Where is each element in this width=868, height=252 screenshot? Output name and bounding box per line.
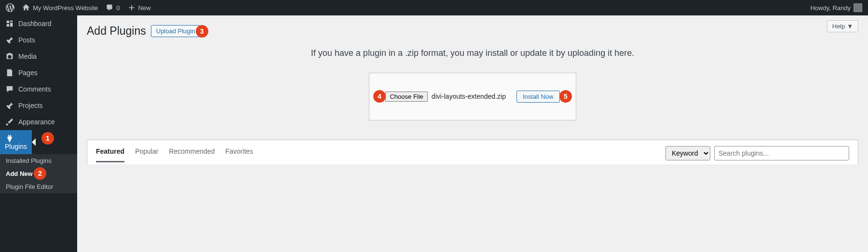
chevron-down-icon: ▼ [847, 23, 853, 30]
annotation-badge: 5 [559, 90, 572, 103]
sidebar-item-label: Media [18, 53, 37, 60]
wordpress-icon [6, 3, 14, 12]
install-now-button[interactable]: Install Now [516, 91, 560, 103]
annotation-badge: 2 [34, 167, 46, 180]
choose-file-button[interactable]: Choose File [385, 92, 427, 102]
upload-panel: If you have a plugin in a .zip format, y… [87, 48, 858, 120]
avatar [854, 3, 862, 12]
plus-icon [128, 4, 136, 12]
filter-tab-featured[interactable]: Featured [96, 147, 124, 162]
sidebar-item-label: Plugins [5, 143, 27, 150]
sidebar-item-pages[interactable]: Pages [0, 65, 77, 81]
sidebar-item-label: Projects [18, 102, 43, 109]
annotation-badge: 4 [373, 90, 386, 103]
dashboard-icon [5, 19, 14, 28]
plugins-submenu: Installed Plugins Add New 2 Plugin File … [0, 154, 77, 193]
sidebar-item-label: Appearance [18, 118, 55, 126]
new-content-link[interactable]: New [128, 4, 151, 12]
plugin-icon [5, 134, 14, 143]
help-tab[interactable]: Help ▼ [827, 20, 858, 32]
filter-bar: Featured Popular Recommended Favorites K… [87, 140, 858, 164]
sidebar-item-comments[interactable]: Comments [0, 81, 77, 97]
pin-icon [5, 36, 14, 44]
page-title: Add Plugins [87, 24, 146, 39]
sidebar-item-posts[interactable]: Posts [0, 32, 77, 48]
upload-form: 4 Choose File divi-layouts-extended.zip … [369, 73, 576, 120]
selected-file-name: divi-layouts-extended.zip [432, 93, 506, 100]
search-type-select[interactable]: Keyword [665, 146, 710, 160]
search-plugins-input[interactable] [714, 146, 849, 160]
sidebar-item-plugins[interactable]: Plugins 1 [0, 130, 32, 154]
media-icon [5, 52, 14, 61]
filter-tab-recommended[interactable]: Recommended [169, 147, 215, 162]
brush-icon [5, 118, 14, 126]
sidebar-item-dashboard[interactable]: Dashboard [0, 15, 77, 32]
filter-tab-favorites[interactable]: Favorites [225, 147, 253, 162]
submenu-add-new[interactable]: Add New 2 [0, 167, 39, 180]
filter-tab-popular[interactable]: Popular [135, 147, 158, 162]
comment-icon [106, 4, 113, 12]
submenu-label: Installed Plugins [6, 157, 52, 164]
home-icon [22, 4, 30, 12]
site-name-link[interactable]: My WordPress Website [22, 4, 98, 12]
sidebar-item-label: Dashboard [18, 20, 52, 27]
submenu-plugin-file-editor[interactable]: Plugin File Editor [0, 180, 77, 193]
sidebar-item-projects[interactable]: Projects [0, 97, 77, 114]
sidebar-item-label: Comments [18, 85, 51, 93]
comment-icon [5, 85, 14, 93]
page-icon [5, 68, 14, 77]
site-name: My WordPress Website [33, 4, 98, 12]
upload-plugin-button[interactable]: Upload Plugin [151, 25, 201, 37]
admin-bar: My WordPress Website 0 New Howdy, Randy [0, 0, 868, 15]
admin-sidebar: Dashboard Posts Media Pages Comments Pro… [0, 15, 77, 252]
upload-instructions: If you have a plugin in a .zip format, y… [87, 48, 858, 58]
main-content: Help ▼ Add Plugins Upload Plugin 3 If yo… [77, 15, 868, 174]
comments-count: 0 [116, 4, 120, 12]
comments-link[interactable]: 0 [106, 4, 120, 12]
sidebar-item-appearance[interactable]: Appearance [0, 114, 77, 130]
sidebar-item-label: Pages [18, 69, 38, 77]
submenu-label: Add New [6, 170, 33, 177]
wp-logo[interactable] [6, 3, 14, 12]
submenu-label: Plugin File Editor [6, 183, 53, 190]
annotation-badge: 1 [41, 132, 54, 145]
sidebar-item-label: Posts [18, 36, 35, 44]
annotation-badge: 3 [196, 25, 208, 38]
account-link[interactable]: Howdy, Randy [810, 3, 862, 12]
help-label: Help [832, 23, 845, 30]
sidebar-item-media[interactable]: Media [0, 48, 77, 65]
new-label: New [138, 4, 151, 12]
greeting: Howdy, Randy [810, 4, 851, 12]
submenu-installed-plugins[interactable]: Installed Plugins [0, 154, 77, 167]
pin-icon [5, 101, 14, 110]
